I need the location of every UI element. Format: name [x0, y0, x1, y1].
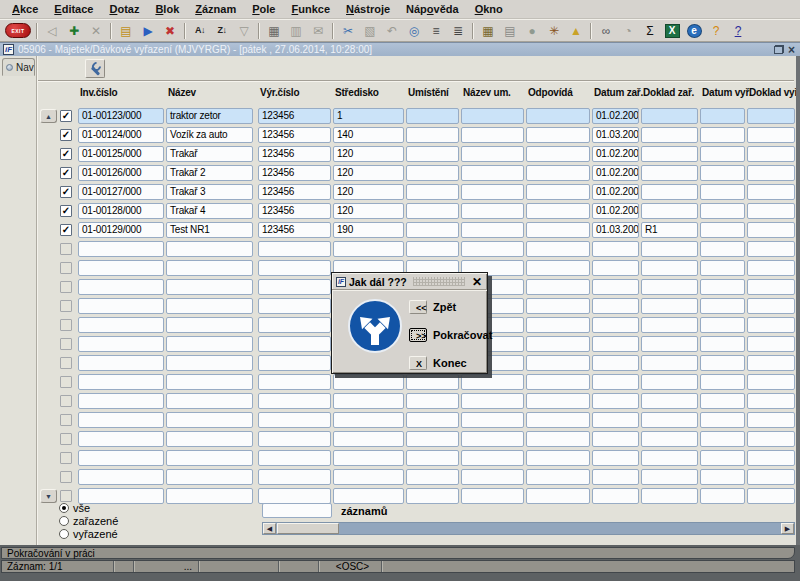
- cell-doklad_zar[interactable]: [641, 165, 698, 181]
- excel-button[interactable]: X: [662, 22, 682, 40]
- row-checkbox[interactable]: [60, 319, 72, 331]
- settings-wrench-button[interactable]: [85, 59, 105, 78]
- cell-odpovida[interactable]: [526, 336, 590, 352]
- cell-datum_vyr[interactable]: [700, 469, 745, 485]
- cell-nazev[interactable]: Test NR1: [166, 222, 253, 238]
- cell-inv[interactable]: [78, 488, 164, 504]
- cell-datum_zar[interactable]: [592, 412, 639, 428]
- cell-datum_zar[interactable]: 01.03.2005: [592, 127, 639, 143]
- cell-nazev[interactable]: [166, 336, 253, 352]
- query-execute-button[interactable]: ▶: [138, 22, 158, 40]
- cell-datum_zar[interactable]: 01.02.2005: [592, 184, 639, 200]
- cell-vyr[interactable]: 123456: [258, 146, 331, 162]
- exit-button[interactable]: EXIT: [5, 23, 31, 38]
- cell-vyr[interactable]: 123456: [258, 108, 331, 124]
- cell-umisteni[interactable]: [406, 393, 459, 409]
- sort-desc-button[interactable]: Z↓: [212, 22, 232, 40]
- hierarchy-list-button[interactable]: ≣: [448, 22, 468, 40]
- row-checkbox[interactable]: [60, 395, 72, 407]
- row-checkbox[interactable]: ✓: [60, 129, 72, 141]
- cell-stredisko[interactable]: [333, 488, 404, 504]
- cell-stredisko[interactable]: 120: [333, 165, 404, 181]
- cell-nazev_um[interactable]: [461, 488, 524, 504]
- browser-button[interactable]: e: [684, 22, 704, 40]
- cell-vyr[interactable]: [258, 469, 331, 485]
- cut-button[interactable]: ✂: [338, 22, 358, 40]
- cell-datum_zar[interactable]: [592, 431, 639, 447]
- cell-umisteni[interactable]: [406, 165, 459, 181]
- cell-datum_zar[interactable]: 01.02.2005: [592, 165, 639, 181]
- cell-nazev_um[interactable]: [461, 222, 524, 238]
- cell-umisteni[interactable]: [406, 184, 459, 200]
- menu-item-7[interactable]: Nástroje: [338, 1, 398, 17]
- cell-vyr[interactable]: 123456: [258, 184, 331, 200]
- cell-inv[interactable]: 01-00123/000: [78, 108, 164, 124]
- cell-nazev[interactable]: [166, 355, 253, 371]
- cell-doklad_vyr[interactable]: [747, 469, 795, 485]
- cell-odpovida[interactable]: [526, 298, 590, 314]
- cell-doklad_vyr[interactable]: [747, 317, 795, 333]
- row-checkbox[interactable]: [60, 357, 72, 369]
- cell-datum_vyr[interactable]: [700, 222, 745, 238]
- cell-datum_zar[interactable]: 01.02.2005: [592, 146, 639, 162]
- cell-vyr[interactable]: [258, 336, 331, 352]
- cell-datum_zar[interactable]: 01.02.2005: [592, 108, 639, 124]
- print-preview-button[interactable]: ▥: [286, 22, 306, 40]
- cell-inv[interactable]: [78, 336, 164, 352]
- cell-datum_vyr[interactable]: [700, 241, 745, 257]
- menu-item-9[interactable]: Okno: [467, 1, 511, 17]
- cell-datum_vyr[interactable]: [700, 412, 745, 428]
- cell-nazev_um[interactable]: [461, 469, 524, 485]
- filter-option-all[interactable]: vše: [59, 502, 90, 514]
- cell-umisteni[interactable]: [406, 431, 459, 447]
- cell-doklad_vyr[interactable]: [747, 222, 795, 238]
- scroll-right-button[interactable]: ▶: [781, 523, 794, 534]
- menu-item-1[interactable]: Editace: [46, 1, 101, 17]
- cell-datum_vyr[interactable]: [700, 374, 745, 390]
- cell-inv[interactable]: [78, 393, 164, 409]
- menu-item-5[interactable]: Pole: [244, 1, 283, 17]
- cell-datum_zar[interactable]: [592, 336, 639, 352]
- cell-datum_vyr[interactable]: [700, 146, 745, 162]
- cell-nazev[interactable]: [166, 412, 253, 428]
- cell-nazev_um[interactable]: [461, 431, 524, 447]
- cell-stredisko[interactable]: 120: [333, 203, 404, 219]
- cell-nazev[interactable]: [166, 374, 253, 390]
- cell-datum_vyr[interactable]: [700, 355, 745, 371]
- cell-vyr[interactable]: [258, 241, 331, 257]
- scrollbar-thumb[interactable]: [277, 523, 339, 534]
- link-button[interactable]: ∞: [596, 22, 616, 40]
- cell-nazev_um[interactable]: [461, 184, 524, 200]
- cell-umisteni[interactable]: [406, 203, 459, 219]
- cell-inv[interactable]: [78, 450, 164, 466]
- cell-doklad_zar[interactable]: [641, 336, 698, 352]
- cell-odpovida[interactable]: [526, 469, 590, 485]
- cell-doklad_zar[interactable]: [641, 431, 698, 447]
- cell-inv[interactable]: 01-00124/000: [78, 127, 164, 143]
- query-enter-button[interactable]: ▤: [116, 22, 136, 40]
- search-doc-button[interactable]: ◎: [404, 22, 424, 40]
- cell-stredisko[interactable]: 190: [333, 222, 404, 238]
- cell-vyr[interactable]: [258, 317, 331, 333]
- cell-umisteni[interactable]: [406, 146, 459, 162]
- scroll-down-button[interactable]: ▼: [40, 489, 57, 503]
- cell-odpovida[interactable]: [526, 279, 590, 295]
- cell-inv[interactable]: 01-00125/000: [78, 146, 164, 162]
- cell-datum_vyr[interactable]: [700, 279, 745, 295]
- cell-nazev[interactable]: [166, 241, 253, 257]
- scroll-up-button[interactable]: ▲: [40, 109, 57, 123]
- cell-doklad_zar[interactable]: [641, 450, 698, 466]
- cell-odpovida[interactable]: [526, 127, 590, 143]
- cell-doklad_zar[interactable]: [641, 412, 698, 428]
- menu-item-3[interactable]: Blok: [147, 1, 187, 17]
- cell-vyr[interactable]: [258, 488, 331, 504]
- cell-umisteni[interactable]: [406, 469, 459, 485]
- clock-button[interactable]: ◔: [618, 22, 638, 40]
- row-checkbox[interactable]: [60, 452, 72, 464]
- cell-inv[interactable]: [78, 469, 164, 485]
- cell-vyr[interactable]: [258, 279, 331, 295]
- cell-umisteni[interactable]: [406, 241, 459, 257]
- cell-inv[interactable]: 01-00127/000: [78, 184, 164, 200]
- cell-inv[interactable]: [78, 298, 164, 314]
- cell-stredisko[interactable]: [333, 374, 404, 390]
